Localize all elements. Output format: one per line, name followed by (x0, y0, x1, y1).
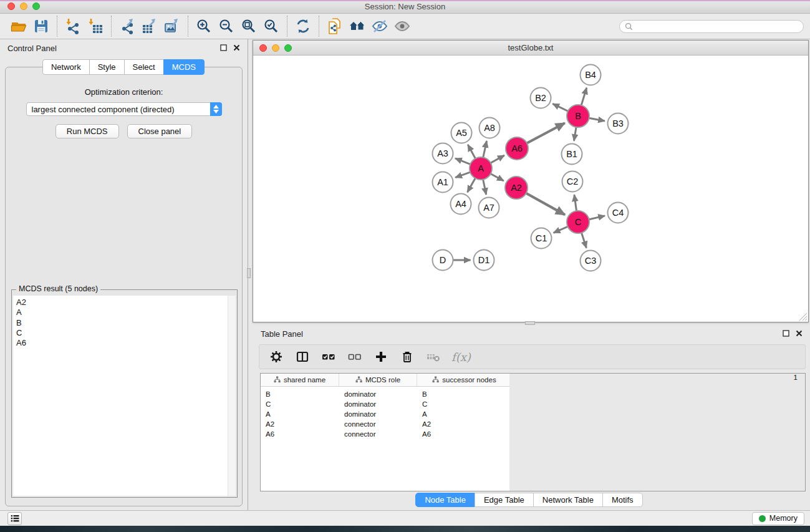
graph-node-C4[interactable]: C4 (608, 203, 629, 223)
table-cell[interactable]: B (261, 390, 339, 398)
tab-mcds[interactable]: MCDS (163, 59, 205, 75)
table-cell[interactable]: A (417, 410, 512, 418)
graph-node-C3[interactable]: C3 (581, 251, 601, 271)
result-scrollbar[interactable] (228, 296, 236, 496)
tab-network[interactable]: Network (42, 59, 90, 75)
zoom-fit-icon[interactable] (238, 16, 260, 37)
criterion-select[interactable]: largest connected component (directed) (26, 102, 222, 116)
mcds-result-item[interactable]: A6 (16, 338, 228, 348)
open-file-icon[interactable] (7, 16, 30, 37)
splitter-handle-horizontal[interactable] (525, 321, 535, 325)
show-details-icon[interactable] (391, 16, 413, 37)
graph-node-B3[interactable]: B3 (608, 114, 629, 134)
desktop-wallpaper-strip (0, 526, 810, 532)
table-cell[interactable]: C (261, 400, 339, 408)
export-network-icon[interactable] (116, 16, 138, 37)
save-session-icon[interactable] (30, 16, 52, 37)
graph-node-A7[interactable]: A7 (479, 198, 499, 218)
table-cell[interactable]: A (261, 410, 339, 418)
tab-select[interactable]: Select (124, 59, 164, 75)
table-cell[interactable]: dominator (339, 390, 417, 398)
table-cell[interactable]: A2 (261, 420, 339, 428)
column-settings-gear-icon[interactable] (268, 349, 284, 365)
delete-table-icon[interactable] (425, 349, 441, 365)
graph-node-A3[interactable]: A3 (433, 143, 453, 164)
tab-node-table[interactable]: Node Table (415, 493, 475, 507)
table-cell[interactable]: C (417, 400, 512, 408)
create-column-icon[interactable] (373, 349, 389, 365)
table-cell[interactable]: A6 (261, 430, 339, 438)
splitter-handle-vertical[interactable] (247, 268, 251, 278)
zoom-out-icon[interactable] (215, 16, 238, 37)
graph-node-B2[interactable]: B2 (531, 88, 551, 109)
graph-node-D1[interactable]: D1 (474, 250, 494, 271)
split-column-icon[interactable] (294, 349, 311, 365)
select-all-columns-icon[interactable] (321, 349, 337, 365)
close-panel-icon[interactable] (233, 42, 240, 54)
graph-node-A2[interactable]: A2 (505, 177, 528, 199)
export-table-icon[interactable] (138, 16, 161, 37)
table-cell[interactable]: A2 (417, 420, 512, 428)
resize-grip-icon[interactable] (798, 312, 808, 321)
table-cell[interactable]: dominator (339, 400, 417, 408)
zoom-in-icon[interactable] (193, 16, 215, 37)
tab-edge-table[interactable]: Edge Table (475, 493, 534, 507)
export-image-icon[interactable] (161, 16, 183, 37)
graph-node-A6[interactable]: A6 (506, 137, 528, 160)
graph-node-A4[interactable]: A4 (451, 194, 471, 215)
column-header-shared-name[interactable]: shared name (261, 374, 339, 386)
run-mcds-button[interactable]: Run MCDS (55, 124, 119, 138)
column-header-successor-nodes[interactable]: successor nodes (417, 374, 512, 386)
delete-column-trash-icon[interactable] (399, 349, 415, 365)
close-table-panel-icon[interactable] (796, 328, 803, 339)
mcds-result-item[interactable]: B (16, 318, 228, 328)
unselect-all-columns-icon[interactable] (347, 349, 363, 365)
table-cell[interactable]: A6 (417, 430, 512, 438)
tab-style[interactable]: Style (89, 59, 125, 75)
graph-node-B[interactable]: B (567, 105, 589, 127)
graph-node-C[interactable]: C (567, 211, 589, 233)
graph-node-A5[interactable]: A5 (451, 123, 472, 143)
graph-node-D[interactable]: D (433, 250, 453, 271)
graph-node-B4[interactable]: B4 (581, 65, 601, 85)
search-box[interactable] (619, 20, 804, 33)
graph-node-A1[interactable]: A1 (433, 172, 453, 193)
table-cell[interactable]: connector (339, 420, 417, 428)
network-zoom-button[interactable] (284, 44, 292, 52)
graph-node-C2[interactable]: C2 (562, 172, 583, 192)
table-cell[interactable]: B (417, 390, 512, 398)
table-cell[interactable]: dominator (339, 410, 417, 418)
zoom-selected-icon[interactable] (260, 16, 282, 37)
network-canvas[interactable]: AA1A2A3A4A5A6A7A8BB1B2B3B4CC1C2C3C4DD1 (253, 56, 808, 322)
import-table-icon[interactable] (84, 16, 107, 37)
graph-node-A8[interactable]: A8 (480, 118, 500, 138)
first-neighbors-icon[interactable] (346, 16, 369, 37)
refresh-icon[interactable] (292, 16, 314, 37)
network-window-titlebar[interactable]: testGlobe.txt (253, 41, 808, 56)
tab-motifs[interactable]: Motifs (602, 493, 643, 507)
mcds-result-item[interactable]: A (16, 307, 228, 317)
network-close-button[interactable] (259, 44, 267, 52)
network-minimize-button[interactable] (272, 44, 279, 52)
memory-label: Memory (769, 514, 798, 523)
mcds-result-item[interactable]: C (16, 328, 228, 338)
function-builder-icon[interactable]: f(x) (451, 351, 471, 364)
import-network-icon[interactable] (62, 16, 84, 37)
graph-node-A[interactable]: A (470, 157, 492, 180)
float-table-panel-icon[interactable] (783, 328, 789, 339)
tab-network-table[interactable]: Network Table (533, 493, 603, 507)
memory-button[interactable]: Memory (752, 512, 804, 525)
table-row-A6[interactable]: A6connector11A6 (261, 429, 805, 439)
task-history-button[interactable] (7, 512, 22, 525)
close-panel-button[interactable]: Close panel (127, 124, 193, 138)
duplicate-network-icon[interactable] (324, 16, 346, 37)
search-input[interactable] (636, 21, 798, 31)
graph-node-C1[interactable]: C1 (531, 228, 552, 249)
hide-details-icon[interactable] (369, 16, 391, 37)
float-panel-icon[interactable] (220, 42, 227, 54)
mcds-result-item[interactable]: A2 (16, 297, 228, 307)
column-header-mcds-role[interactable]: MCDS role (339, 374, 417, 386)
graph-node-B1[interactable]: B1 (562, 144, 582, 165)
table-cell[interactable]: 1 (509, 374, 805, 491)
table-cell[interactable]: connector (339, 430, 417, 438)
